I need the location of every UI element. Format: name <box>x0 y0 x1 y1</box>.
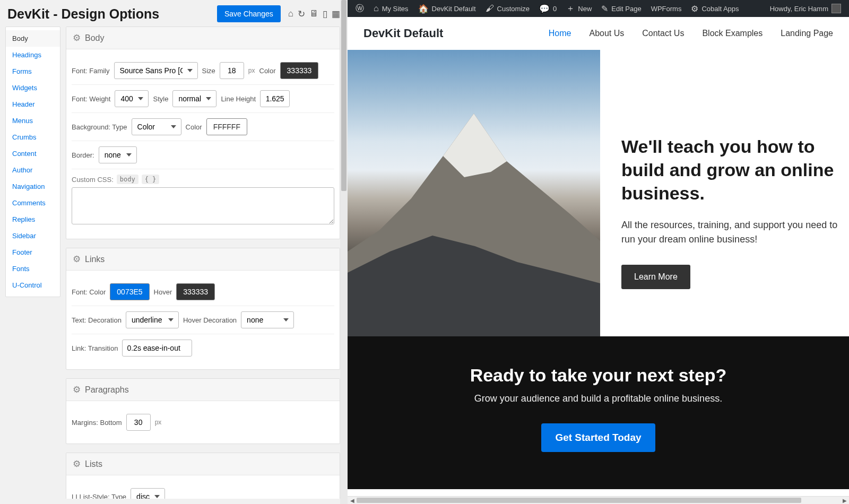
sidebar-item-menus[interactable]: Menus <box>6 112 60 129</box>
transition-input[interactable] <box>122 340 192 357</box>
font-family-select[interactable]: Source Sans Pro [G] <box>114 62 198 79</box>
mobile-icon[interactable]: ▦ <box>332 8 340 20</box>
body-card: ⚙ Body Font: Family Source Sans Pro [G] … <box>66 27 340 239</box>
card-title: Links <box>85 255 105 264</box>
new[interactable]: ＋New <box>561 0 596 17</box>
lineheight-input[interactable] <box>260 90 290 107</box>
sidebar-item-body[interactable]: Body <box>6 30 60 47</box>
font-family-label: Font: Family <box>72 67 110 75</box>
links-card: ⚙Links Font: Color 0073E5 Hover 333333 T… <box>66 248 340 370</box>
panel-header: DevKit - Design Options Save Changes ⌂ ↻… <box>0 0 348 27</box>
sidebar-item-widgets[interactable]: Widgets <box>6 80 60 96</box>
avatar <box>831 4 841 13</box>
sidebar-item-crumbs[interactable]: Crumbs <box>6 129 60 145</box>
border-select[interactable]: none <box>99 146 137 163</box>
card-title: Paragraphs <box>85 385 129 395</box>
refresh-icon[interactable]: ↻ <box>298 8 305 20</box>
hero-image <box>348 50 600 336</box>
hover-color-swatch[interactable]: 333333 <box>176 283 215 300</box>
primary-nav: HomeAbout UsContact UsBlock ExamplesLand… <box>549 29 833 38</box>
sidebar-item-content[interactable]: Content <box>6 145 60 162</box>
weight-label: Font: Weight <box>72 95 110 103</box>
tablet-icon[interactable]: ▯ <box>323 8 327 20</box>
scroll-left-arrow[interactable]: ◀ <box>348 497 357 504</box>
font-color-swatch[interactable]: 333333 <box>280 62 319 79</box>
li-style-select[interactable]: disc <box>131 488 165 499</box>
deco-select[interactable]: underline <box>126 311 179 328</box>
customize[interactable]: 🖌Customize <box>481 0 534 17</box>
sidebar-item-fonts[interactable]: Fonts <box>6 260 60 277</box>
cta-heading: Ready to take your next step? <box>358 365 838 386</box>
save-button[interactable]: Save Changes <box>217 5 281 22</box>
hover-deco-select[interactable]: none <box>241 311 294 328</box>
bg-type-label: Background: Type <box>72 123 127 131</box>
preview-panel: ⓦ ⌂My Sites 🏠DevKit Default 🖌Customize 💬… <box>348 0 849 504</box>
hero-text: All the resources, training, and support… <box>621 218 844 247</box>
options-column[interactable]: ⚙ Body Font: Family Source Sans Pro [G] … <box>66 27 342 499</box>
gear-icon: ⚙ <box>73 32 81 44</box>
hover-label: Hover <box>154 288 172 296</box>
color-label: Color <box>259 67 276 75</box>
nav-link-block-examples[interactable]: Block Examples <box>702 29 763 38</box>
sidebar-item-sidebar[interactable]: Sidebar <box>6 228 60 244</box>
css-selector-tag: body <box>117 175 138 184</box>
sidebar-item-comments[interactable]: Comments <box>6 195 60 211</box>
get-started-button[interactable]: Get Started Today <box>541 423 655 452</box>
sidebar-item-forms[interactable]: Forms <box>6 63 60 80</box>
size-label: Size <box>202 67 215 75</box>
learn-more-button[interactable]: Learn More <box>621 265 690 289</box>
transition-label: Link: Transition <box>72 344 118 352</box>
sidebar-item-u-control[interactable]: U-Control <box>6 277 60 293</box>
site-title[interactable]: DevKit Default <box>363 27 443 40</box>
sidebar-item-navigation[interactable]: Navigation <box>6 178 60 195</box>
howdy-user[interactable]: Howdy, Eric Hamm <box>765 4 846 13</box>
my-sites[interactable]: ⌂My Sites <box>369 0 413 17</box>
css-braces-tag: { } <box>142 175 160 184</box>
sidebar-item-replies[interactable]: Replies <box>6 211 60 228</box>
bg-color-swatch[interactable]: FFFFFF <box>206 118 247 135</box>
site-name[interactable]: 🏠DevKit Default <box>413 0 481 17</box>
p-margin-label: Margins: Bottom <box>72 419 122 427</box>
nav-link-about-us[interactable]: About Us <box>589 29 624 38</box>
hero-section: We'll teach you how to build and grow an… <box>348 50 849 336</box>
comments[interactable]: 💬0 <box>534 0 561 17</box>
hero-heading: We'll teach you how to build and grow an… <box>621 135 844 205</box>
sidebar-item-header[interactable]: Header <box>6 96 60 112</box>
style-select[interactable]: normal <box>172 90 216 107</box>
nav-link-home[interactable]: Home <box>549 29 571 38</box>
desktop-icon[interactable]: 🖥 <box>309 8 318 19</box>
gear-icon: ⚙ <box>73 384 81 395</box>
wpforms[interactable]: WPForms <box>646 0 687 17</box>
panel-title: DevKit - Design Options <box>7 6 210 22</box>
size-input[interactable] <box>220 62 244 79</box>
h-scroll-thumb[interactable] <box>357 498 801 503</box>
horizontal-scrollbar[interactable]: ◀ ▶ <box>348 496 849 504</box>
sidebar-item-author[interactable]: Author <box>6 162 60 178</box>
home-icon[interactable]: ⌂ <box>288 8 293 19</box>
scrollbar-thumb[interactable] <box>341 0 346 191</box>
scroll-right-arrow[interactable]: ▶ <box>840 497 849 504</box>
bg-type-select[interactable]: Color <box>132 118 181 135</box>
wp-logo[interactable]: ⓦ <box>351 0 369 17</box>
nav-link-landing-page[interactable]: Landing Page <box>781 29 833 38</box>
card-title: Lists <box>85 459 102 469</box>
section-sidebar: BodyHeadingsFormsWidgetsHeaderMenusCrumb… <box>5 27 60 297</box>
border-label: Border: <box>72 151 94 159</box>
sidebar-item-headings[interactable]: Headings <box>6 47 60 63</box>
edit-page[interactable]: ✎Edit Page <box>596 0 646 17</box>
cta-text: Grow your audience and build a profitabl… <box>358 393 838 404</box>
nav-link-contact-us[interactable]: Contact Us <box>642 29 684 38</box>
link-color-swatch[interactable]: 0073E5 <box>110 283 149 300</box>
p-margin-input[interactable] <box>126 414 151 431</box>
custom-css-textarea[interactable] <box>72 187 334 224</box>
style-label: Style <box>153 95 168 103</box>
weight-select[interactable]: 400 <box>115 90 149 107</box>
cobalt-apps[interactable]: ⚙Cobalt Apps <box>686 0 743 17</box>
paragraphs-card: ⚙Paragraphs Margins: Bottom px <box>66 378 340 444</box>
sidebar-item-footer[interactable]: Footer <box>6 244 60 260</box>
lineheight-label: Line Height <box>221 95 256 103</box>
scrollbar-track[interactable] <box>340 0 348 504</box>
hover-deco-label: Hover Decoration <box>183 316 237 324</box>
li-style-label: LI List-Style: Type <box>72 493 126 499</box>
size-unit: px <box>248 67 255 74</box>
